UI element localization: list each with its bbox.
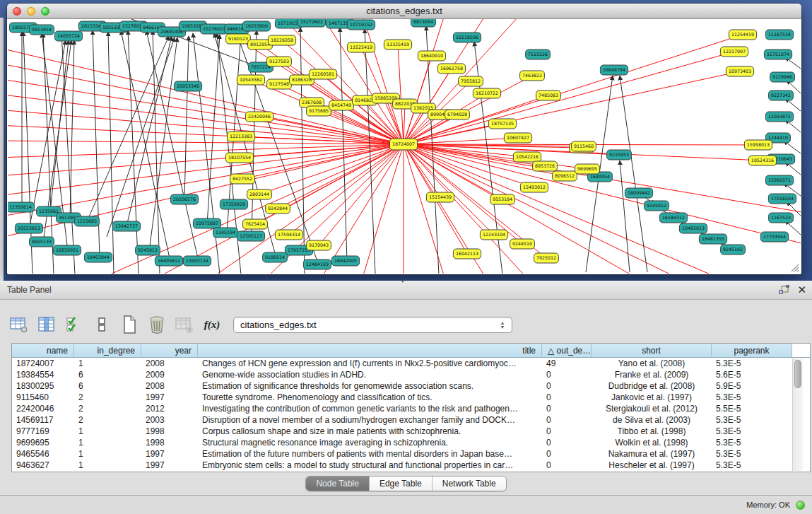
graph-node[interactable]: 17594314 [275,230,302,240]
graph-node[interactable]: 16961758 [437,64,465,74]
graph-node[interactable]: 9160123 [226,34,251,44]
graph-node[interactable]: 7515526 [526,49,551,59]
graph-node[interactable]: 15272602 [298,19,325,27]
table-row[interactable]: 1872400712008Changes of HCN gene express… [12,358,810,369]
graph-node[interactable]: 12217097 [720,47,748,57]
graph-node[interactable]: 15751074 [764,49,792,59]
graph-node[interactable]: 18107554 [225,153,253,163]
graph-node[interactable]: 11525419 [347,42,375,52]
graph-node[interactable]: 13942737 [112,221,140,231]
graph-node[interactable]: 9186014 [263,252,288,262]
new-document-icon[interactable] [120,315,139,334]
graph-node[interactable]: 18640910 [418,51,445,61]
graph-node[interactable]: 9553184 [490,194,515,204]
graph-node[interactable]: 9170043 [307,240,331,250]
graph-node[interactable]: 8953726 [533,161,558,171]
graph-node[interactable]: 15493012 [520,182,548,192]
graph-node[interactable]: 17703544 [760,232,788,242]
graph-node[interactable]: 1215683 [75,216,100,226]
network-view-window[interactable]: citations_edges.txt 18055721991395414055… [7,4,801,274]
graph-node[interactable]: 9115460 [572,141,596,151]
graph-node[interactable]: 9242844 [266,204,290,214]
graph-node[interactable]: 12260581 [309,69,336,79]
graph-node[interactable]: 9129946 [770,72,795,82]
tab-node-table[interactable]: Node Table [306,477,370,491]
panel-divider-handle[interactable]: ▾ [401,279,408,282]
graph-node[interactable]: 11254419 [729,30,756,40]
graph-node[interactable]: 18403944 [84,252,112,262]
graph-node[interactable]: 10543382 [237,75,264,85]
graph-hub-node[interactable]: 18724007 [389,139,417,150]
tab-edge-table[interactable]: Edge Table [370,477,433,491]
graph-node[interactable]: 10975887 [193,218,220,228]
graph-node[interactable]: 13325419 [384,40,411,49]
graph-node[interactable]: 17016504 [768,194,796,204]
select-columns-icon[interactable] [65,315,83,334]
table-column-icon[interactable] [37,315,56,334]
graph-node[interactable]: 9245102 [721,245,746,255]
graph-node[interactable]: 13905134 [183,256,211,266]
column-header-year[interactable]: year [141,344,198,357]
network-canvas[interactable]: 1805572199139541405572420153342105532871… [8,19,801,274]
graph-node[interactable]: 1167533 [769,213,794,223]
graph-node[interactable]: 10719152 [347,20,375,30]
graph-node[interactable]: 20553813 [15,223,42,233]
graph-node[interactable]: 8813054 [411,19,436,27]
graph-node[interactable]: 18099442 [625,188,652,198]
graph-node[interactable]: 6794028 [445,110,470,119]
table-row[interactable]: 1938455462009Genome-wide association stu… [12,369,810,380]
graph-node[interactable]: 20053346 [174,81,201,91]
float-panel-icon[interactable] [779,285,790,296]
graph-node[interactable]: 16184312 [659,213,687,223]
graph-node[interactable]: 18461355 [699,234,726,244]
graph-node[interactable]: 17359928 [220,199,247,209]
graph-node[interactable]: 7485083 [536,90,561,100]
graph-node[interactable]: 10465013 [679,223,707,233]
graph-node[interactable]: 8096512 [553,171,577,181]
resize-grip[interactable] [789,262,799,272]
graph-node[interactable]: 10542216 [513,152,541,162]
column-header-pagerank[interactable]: pagerank [712,344,792,357]
table-select-combobox[interactable]: citations_edges.txt ▲▼ [233,317,512,333]
table-row[interactable]: 1830029562008Estimation of significance … [12,380,810,392]
graph-node[interactable]: 10524316 [748,156,776,165]
graph-node[interactable]: 16409812 [155,256,182,266]
graph-node[interactable]: 7925012 [534,253,559,263]
graph-node[interactable]: 9505133 [30,237,54,247]
graph-node[interactable]: 9245013 [136,245,160,255]
graph-node[interactable]: 10973403 [726,66,753,76]
delete-rows-icon[interactable] [148,315,166,334]
graph-node[interactable]: 16042113 [453,249,481,259]
graph-node[interactable]: 15276021 [200,24,228,34]
table-row[interactable]: 946362711997Embryonic stem cells: a mode… [12,460,810,471]
graph-node[interactable]: 7955812 [459,76,483,86]
graph-node[interactable]: 22420046 [245,112,273,122]
column-header-short[interactable]: short [592,344,712,357]
graph-node[interactable]: 12484103 [303,259,331,269]
table-header-row[interactable]: namein_degreeyeartitle△ out_de…shortpage… [12,344,810,358]
table-row[interactable]: 2242004622012Investigating the contribut… [12,403,810,414]
graph-node[interactable]: 12505123 [237,231,264,241]
table-row[interactable]: 911546021997Tourette syndrome. Phenomeno… [12,392,810,403]
graph-node[interactable]: 12350614 [8,202,35,212]
graph-node[interactable]: 15958013 [744,140,772,150]
graph-node[interactable]: 16650951 [53,245,81,255]
rows-icon[interactable] [93,315,111,334]
graph-node[interactable]: 2803144 [247,189,272,199]
graph-node[interactable]: 9245012 [645,201,669,211]
graph-node[interactable]: 11167534 [765,30,793,40]
memory-status-indicator[interactable] [796,501,805,510]
graph-node[interactable]: 7463822 [520,71,545,81]
table-row[interactable]: 1456911722003Disruption of a novel membe… [12,414,810,426]
graph-node[interactable]: 10607427 [504,133,531,143]
graph-node[interactable]: 8454749 [329,100,354,110]
graph-node[interactable]: 16942005 [331,256,359,266]
graph-node[interactable]: 20206576 [170,194,198,204]
function-builder-button[interactable]: f(x) [203,315,221,334]
scrollbar-thumb[interactable] [794,360,801,388]
table-row[interactable]: 977716911998Corpus callosum shape and si… [12,426,810,437]
column-header-name[interactable]: name [12,344,74,357]
graph-node[interactable]: 9127503 [267,57,292,66]
graph-node[interactable]: 18757135 [488,119,516,129]
graph-node[interactable]: 9127548 [267,79,292,89]
